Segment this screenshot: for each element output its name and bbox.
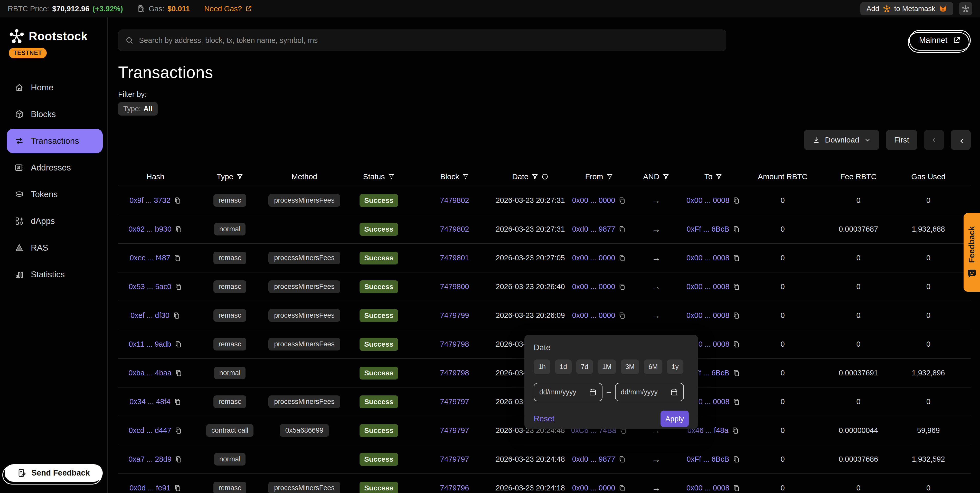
block-link[interactable]: 7479796 [440, 484, 469, 492]
copy-icon[interactable] [618, 455, 626, 463]
from-address-link[interactable]: 0x00 ... 0000 [572, 311, 615, 320]
to-address-link[interactable]: 0x00 ... 0008 [686, 484, 730, 492]
from-address-link[interactable]: 0x00 ... 0000 [572, 254, 615, 262]
tx-hash-link[interactable]: 0xec ... f487 [130, 254, 170, 262]
copy-icon[interactable] [618, 197, 626, 204]
column-header-date[interactable]: Date [493, 172, 568, 181]
tx-hash-link[interactable]: 0x11 ... 9adb [129, 340, 171, 348]
copy-icon[interactable] [732, 226, 740, 233]
sidebar-item-dapps[interactable]: dApps [7, 209, 103, 234]
copy-icon[interactable] [175, 369, 182, 377]
sidebar-item-blocks[interactable]: Blocks [7, 102, 103, 127]
column-header-from[interactable]: From [568, 172, 630, 181]
block-link[interactable]: 7479797 [440, 455, 469, 463]
tx-hash-link[interactable]: 0x9f ... 3732 [129, 196, 170, 205]
copy-icon[interactable] [173, 197, 181, 204]
from-address-link[interactable]: 0x00 ... 0000 [572, 196, 615, 205]
rootstock-extension-button[interactable] [959, 2, 972, 15]
to-address-link[interactable]: 0xFf ... 6BcB [687, 225, 729, 234]
copy-icon[interactable] [732, 398, 740, 406]
block-link[interactable]: 7479797 [440, 398, 469, 406]
date-preset-1h[interactable]: 1h [534, 359, 550, 374]
copy-icon[interactable] [732, 254, 740, 262]
column-header-status[interactable]: Status [342, 172, 416, 181]
to-address-link[interactable]: 0x00 ... 0008 [686, 311, 730, 320]
copy-icon[interactable] [173, 398, 181, 406]
sidebar-item-statistics[interactable]: Statistics [7, 262, 103, 287]
previous-page-button[interactable] [924, 130, 944, 150]
sidebar-item-home[interactable]: Home [7, 75, 103, 100]
sidebar-item-addresses[interactable]: Addresses [7, 155, 103, 180]
date-preset-1M[interactable]: 1M [598, 359, 616, 374]
sidebar-item-transactions[interactable]: Transactions [7, 129, 103, 153]
copy-icon[interactable] [732, 455, 740, 463]
block-link[interactable]: 7479798 [440, 340, 469, 348]
tx-hash-link[interactable]: 0x53 ... 5ac0 [129, 282, 171, 291]
date-from-input[interactable]: dd/mm/yyyy [534, 383, 603, 401]
copy-icon[interactable] [175, 455, 182, 463]
to-address-link[interactable]: 0x00 ... 0008 [686, 196, 730, 205]
column-header-and[interactable]: AND [630, 172, 682, 181]
first-page-button[interactable]: First [886, 130, 917, 150]
copy-icon[interactable] [174, 427, 182, 434]
copy-icon[interactable] [618, 226, 626, 233]
date-to-input[interactable]: dd/mm/yyyy [615, 383, 684, 401]
block-link[interactable]: 7479798 [440, 369, 469, 377]
from-address-link[interactable]: 0xd0 ... 9877 [572, 225, 615, 234]
apply-button[interactable]: Apply [660, 410, 689, 427]
block-link[interactable]: 7479797 [440, 426, 469, 435]
tx-hash-link[interactable]: 0x62 ... b930 [129, 225, 172, 234]
type-filter-chip[interactable]: Type: All [118, 102, 158, 116]
rootstock-logo[interactable]: Rootstock [7, 28, 103, 44]
copy-icon[interactable] [173, 312, 180, 320]
copy-icon[interactable] [173, 484, 181, 492]
date-preset-3M[interactable]: 3M [621, 359, 639, 374]
block-link[interactable]: 7479799 [440, 311, 469, 320]
date-preset-1d[interactable]: 1d [555, 359, 572, 374]
column-header-block[interactable]: Block [416, 172, 493, 181]
feedback-tab[interactable]: Feedback [964, 213, 980, 292]
copy-icon[interactable] [175, 226, 182, 233]
from-address-link[interactable]: 0x00 ... 0000 [572, 484, 615, 492]
sidebar-item-ras[interactable]: RAS [7, 235, 103, 260]
block-link[interactable]: 7479802 [440, 196, 469, 205]
copy-icon[interactable] [732, 312, 740, 320]
copy-icon[interactable] [618, 283, 626, 291]
mainnet-button[interactable]: Mainnet [909, 30, 971, 51]
copy-icon[interactable] [174, 340, 182, 348]
date-preset-1y[interactable]: 1y [667, 359, 683, 374]
copy-icon[interactable] [732, 197, 740, 204]
copy-icon[interactable] [618, 254, 626, 262]
reset-button[interactable]: Reset [534, 414, 554, 423]
need-gas-link[interactable]: Need Gas? [204, 5, 252, 13]
tx-hash-link[interactable]: 0xef ... df30 [130, 311, 170, 320]
search-input[interactable] [139, 36, 719, 45]
tx-hash-link[interactable]: 0x34 ... 48f4 [129, 398, 170, 406]
date-preset-6M[interactable]: 6M [644, 359, 662, 374]
date-preset-7d[interactable]: 7d [576, 359, 593, 374]
block-link[interactable]: 7479802 [440, 225, 469, 234]
to-address-link[interactable]: 0x00 ... 0008 [686, 254, 730, 262]
sidebar-item-tokens[interactable]: Tokens [7, 182, 103, 207]
from-address-link[interactable]: 0x00 ... 0000 [572, 282, 615, 291]
tx-hash-link[interactable]: 0xa7 ... 28d9 [129, 455, 172, 463]
copy-icon[interactable] [732, 340, 740, 348]
to-address-link[interactable]: 0x00 ... 0008 [686, 282, 730, 291]
block-link[interactable]: 7479800 [440, 282, 469, 291]
copy-icon[interactable] [732, 427, 739, 434]
next-page-button[interactable] [951, 130, 971, 150]
copy-icon[interactable] [732, 283, 740, 291]
download-button[interactable]: Download [804, 130, 879, 150]
search-bar[interactable] [118, 30, 726, 51]
copy-icon[interactable] [732, 484, 740, 492]
tx-hash-link[interactable]: 0x0d ... fe91 [129, 484, 170, 492]
send-feedback-button[interactable]: Send Feedback [5, 464, 103, 482]
copy-icon[interactable] [618, 484, 626, 492]
to-address-link[interactable]: 0xFf ... 6BcB [687, 455, 729, 463]
block-link[interactable]: 7479801 [440, 254, 469, 262]
copy-icon[interactable] [732, 369, 740, 377]
copy-icon[interactable] [618, 312, 626, 320]
copy-icon[interactable] [173, 254, 181, 262]
column-header-type[interactable]: Type [192, 172, 267, 181]
from-address-link[interactable]: 0xd0 ... 9877 [572, 455, 615, 463]
